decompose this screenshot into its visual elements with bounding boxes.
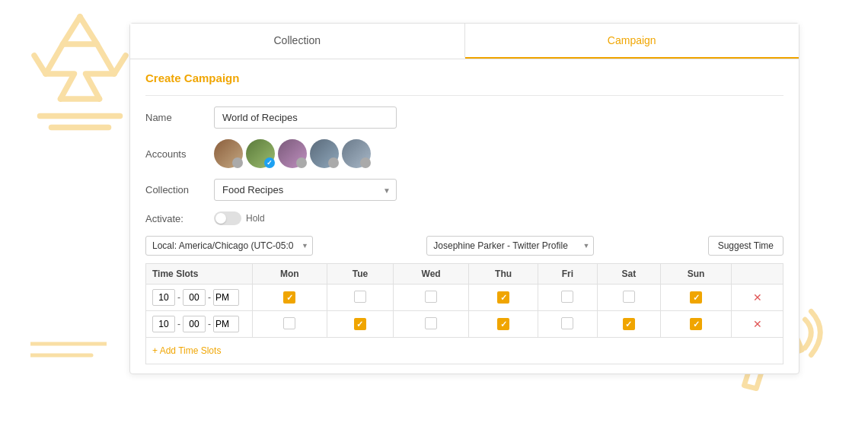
timezone-select-wrap: Local: America/Chicago (UTC-05:00) ▼	[145, 236, 313, 256]
toggle-knob	[215, 213, 226, 224]
cell-delete-1[interactable]: ✕	[732, 285, 783, 311]
avatar-4[interactable]	[310, 139, 339, 168]
col-actions	[732, 264, 783, 285]
checkbox-thu-1[interactable]	[497, 291, 509, 304]
ampm-input-1[interactable]	[213, 289, 239, 306]
cell-fri-1[interactable]	[538, 285, 597, 311]
time-slots-table: Time Slots Mon Tue Wed Thu Fri Sat Sun	[145, 263, 783, 364]
bg-recycle-icon	[23, 8, 137, 129]
name-input[interactable]	[214, 106, 397, 129]
hour-input-1[interactable]	[152, 289, 175, 306]
min-input-1[interactable]	[183, 289, 206, 306]
name-label: Name	[145, 112, 214, 123]
checkbox-fri-2[interactable]	[561, 317, 573, 329]
checkbox-fri-1[interactable]	[561, 291, 573, 303]
cell-sat-1[interactable]	[597, 285, 661, 311]
checkbox-sun-1[interactable]	[690, 291, 702, 304]
time-slot-1: - -	[146, 285, 253, 311]
cell-thu-2[interactable]	[468, 311, 538, 338]
avatar-1[interactable]	[214, 139, 243, 168]
profile-select[interactable]: Josephine Parker - Twitter Profile	[426, 236, 594, 256]
collection-row: Collection Food Recipes World of Recipes…	[145, 179, 783, 201]
delete-row-2-button[interactable]: ✕	[753, 318, 762, 330]
cell-sun-2[interactable]	[661, 311, 732, 338]
timezone-select[interactable]: Local: America/Chicago (UTC-05:00)	[145, 236, 313, 256]
cell-thu-1[interactable]	[468, 285, 538, 311]
checkbox-tue-2[interactable]	[354, 318, 366, 330]
checkbox-thu-2[interactable]	[497, 318, 509, 330]
add-time-slot-button[interactable]: + Add Time Slots	[152, 342, 221, 359]
col-fri: Fri	[538, 264, 597, 285]
col-timeslots: Time Slots	[146, 264, 253, 285]
cell-mon-1[interactable]	[253, 285, 327, 311]
table-row: - - ✕	[146, 285, 783, 311]
col-sat: Sat	[597, 264, 661, 285]
avatar-badge-4	[328, 157, 339, 168]
checkbox-mon-1[interactable]	[283, 291, 295, 304]
collection-select-wrap: Food Recipes World of Recipes ▼	[214, 179, 397, 201]
toggle-text: Hold	[246, 213, 265, 224]
avatar-5[interactable]	[342, 139, 371, 168]
form-title: Create Campaign	[145, 72, 783, 84]
col-sun: Sun	[661, 264, 732, 285]
bg-lines-left	[30, 340, 107, 365]
cell-delete-2[interactable]: ✕	[732, 311, 783, 338]
avatar-badge-5	[360, 157, 371, 168]
tab-campaign[interactable]: Campaign	[465, 24, 799, 59]
table-header-row: Time Slots Mon Tue Wed Thu Fri Sat Sun	[146, 264, 783, 285]
cell-sat-2[interactable]	[597, 311, 661, 338]
tab-collection[interactable]: Collection	[130, 24, 465, 59]
suggest-time-button[interactable]: Suggest Time	[708, 236, 783, 256]
checkbox-sun-2[interactable]	[690, 318, 702, 330]
cell-wed-2[interactable]	[394, 311, 469, 338]
time-slot-2: - -	[146, 311, 253, 338]
toggle-wrap: Hold	[214, 211, 265, 225]
main-card: Collection Campaign Create Campaign Name…	[129, 23, 799, 374]
min-input-2[interactable]	[183, 316, 206, 332]
avatar-2[interactable]: ✓	[246, 139, 275, 168]
form-divider	[145, 95, 783, 96]
col-mon: Mon	[253, 264, 327, 285]
cell-tue-2[interactable]	[327, 311, 394, 338]
hour-input-2[interactable]	[152, 316, 175, 332]
col-tue: Tue	[327, 264, 394, 285]
checkbox-wed-1[interactable]	[425, 291, 437, 303]
checkbox-wed-2[interactable]	[425, 317, 437, 329]
cell-sun-1[interactable]	[661, 285, 732, 311]
profile-select-wrap: Josephine Parker - Twitter Profile ▼	[426, 236, 594, 256]
avatar-3[interactable]	[278, 139, 307, 168]
activate-row: Activate: Hold	[145, 211, 783, 225]
accounts-label: Accounts	[145, 148, 214, 160]
add-slot-cell: + Add Time Slots	[146, 338, 783, 364]
schedule-section: Local: America/Chicago (UTC-05:00) ▼ Jos…	[145, 236, 783, 364]
table-row: - - ✕	[146, 311, 783, 338]
delete-row-1-button[interactable]: ✕	[753, 291, 762, 304]
checkbox-sat-1[interactable]	[623, 291, 635, 303]
activate-label: Activate:	[145, 213, 214, 224]
cell-fri-2[interactable]	[538, 311, 597, 338]
form-content: Create Campaign Name Accounts ✓	[130, 59, 799, 374]
add-slot-row: + Add Time Slots	[146, 338, 783, 364]
activate-toggle[interactable]	[214, 211, 241, 225]
name-row: Name	[145, 106, 783, 129]
tabs: Collection Campaign	[130, 24, 799, 59]
checkbox-tue-1[interactable]	[354, 291, 366, 303]
avatar-badge-1	[232, 157, 243, 168]
cell-mon-2[interactable]	[253, 311, 327, 338]
checkbox-mon-2[interactable]	[283, 317, 295, 329]
collection-select[interactable]: Food Recipes World of Recipes	[214, 179, 397, 201]
avatar-badge-2: ✓	[264, 157, 275, 168]
accounts-row: Accounts ✓	[145, 139, 783, 168]
col-thu: Thu	[468, 264, 538, 285]
col-wed: Wed	[394, 264, 469, 285]
schedule-controls: Local: America/Chicago (UTC-05:00) ▼ Jos…	[145, 236, 783, 256]
checkbox-sat-2[interactable]	[623, 318, 635, 330]
accounts-avatars: ✓	[214, 139, 371, 168]
collection-label: Collection	[145, 184, 214, 196]
cell-tue-1[interactable]	[327, 285, 394, 311]
cell-wed-1[interactable]	[394, 285, 469, 311]
avatar-badge-3	[296, 157, 307, 168]
ampm-input-2[interactable]	[213, 316, 239, 332]
